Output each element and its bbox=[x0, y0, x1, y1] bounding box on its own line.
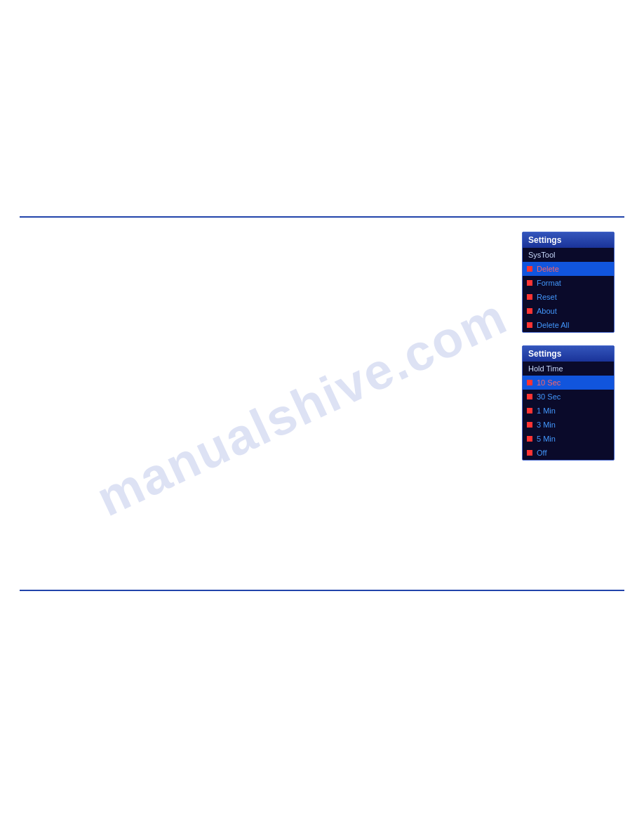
menu-item-systool-menu-1[interactable]: Format bbox=[523, 276, 614, 290]
menu-item-icon-holdtime-menu-4 bbox=[527, 436, 532, 442]
menu-item-label-systool-menu-1: Format bbox=[537, 279, 561, 287]
watermark-text: manualshive.com bbox=[27, 159, 577, 655]
top-divider-line bbox=[20, 216, 624, 218]
menu-item-systool-menu-3[interactable]: About bbox=[523, 304, 614, 318]
menu-item-holdtime-menu-5[interactable]: Off bbox=[523, 446, 614, 460]
menu-item-label-holdtime-menu-0: 10 Sec bbox=[537, 378, 561, 387]
menu-item-label-holdtime-menu-3: 3 Min bbox=[537, 421, 556, 429]
menu-item-holdtime-menu-3[interactable]: 3 Min bbox=[523, 418, 614, 432]
menu-item-systool-menu-4[interactable]: Delete All bbox=[523, 318, 614, 332]
menu-item-label-systool-menu-4: Delete All bbox=[537, 321, 569, 329]
menu-item-label-holdtime-menu-4: 5 Min bbox=[537, 435, 556, 443]
menu-title-holdtime-menu: Settings bbox=[523, 346, 614, 362]
menu-item-holdtime-menu-1[interactable]: 30 Sec bbox=[523, 390, 614, 404]
bottom-divider-line bbox=[20, 590, 624, 591]
menu-item-label-systool-menu-0: Delete bbox=[537, 265, 559, 273]
menu-item-icon-holdtime-menu-1 bbox=[527, 394, 532, 399]
menu-item-icon-systool-menu-0 bbox=[527, 266, 532, 272]
menu-item-holdtime-menu-0[interactable]: 10 Sec bbox=[523, 376, 614, 390]
menus-container: SettingsSysToolDeleteFormatResetAboutDel… bbox=[522, 232, 615, 461]
menu-item-holdtime-menu-4[interactable]: 5 Min bbox=[523, 432, 614, 446]
menu-item-icon-systool-menu-2 bbox=[527, 294, 532, 300]
menu-item-icon-holdtime-menu-3 bbox=[527, 422, 532, 428]
menu-title-systool-menu: Settings bbox=[523, 232, 614, 248]
menu-item-label-holdtime-menu-2: 1 Min bbox=[537, 406, 556, 415]
menu-item-icon-holdtime-menu-2 bbox=[527, 408, 532, 413]
menu-subtitle-holdtime-menu: Hold Time bbox=[523, 362, 614, 376]
menu-panel-systool-menu: SettingsSysToolDeleteFormatResetAboutDel… bbox=[522, 232, 615, 333]
menu-item-label-holdtime-menu-1: 30 Sec bbox=[537, 392, 561, 401]
menu-item-icon-holdtime-menu-0 bbox=[527, 380, 532, 385]
menu-subtitle-systool-menu: SysTool bbox=[523, 248, 614, 262]
menu-item-holdtime-menu-2[interactable]: 1 Min bbox=[523, 404, 614, 418]
menu-item-label-systool-menu-2: Reset bbox=[537, 293, 557, 301]
menu-item-icon-holdtime-menu-5 bbox=[527, 450, 532, 456]
menu-item-systool-menu-2[interactable]: Reset bbox=[523, 290, 614, 304]
menu-item-icon-systool-menu-4 bbox=[527, 322, 532, 328]
menu-item-label-systool-menu-3: About bbox=[537, 307, 557, 315]
menu-item-label-holdtime-menu-5: Off bbox=[537, 449, 546, 457]
menu-panel-holdtime-menu: SettingsHold Time10 Sec30 Sec1 Min3 Min5… bbox=[522, 345, 615, 461]
menu-item-icon-systool-menu-3 bbox=[527, 308, 532, 314]
menu-item-icon-systool-menu-1 bbox=[527, 280, 532, 286]
menu-item-systool-menu-0[interactable]: Delete bbox=[523, 262, 614, 276]
